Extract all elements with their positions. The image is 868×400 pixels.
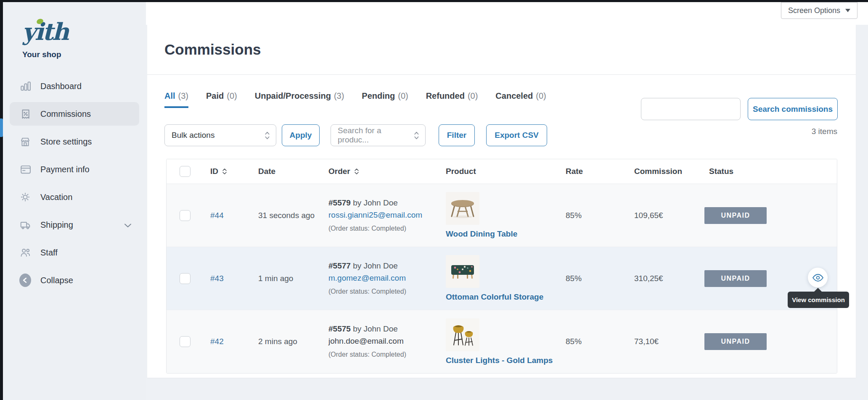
sidebar-item-staff[interactable]: Staff [10,241,139,264]
order-status: (Order status: Completed) [328,222,446,234]
order-number: #5577 [328,261,351,270]
sidebar-item-label: Commissions [40,109,91,119]
vendor-logo: yith [3,2,146,43]
column-label: Rate [566,167,583,176]
filter-button[interactable]: Filter [439,124,475,146]
status-badge: UNPAID [704,207,767,224]
tab-refunded[interactable]: Refunded(0) [426,91,478,108]
commission-amount: 310,25€ [634,274,704,283]
column-header-product: Product [446,167,566,176]
ottoman-colorful-storage-thumbnail [446,255,479,288]
order-by: by John Doe [353,198,398,207]
chevron-down-icon[interactable] [124,220,132,230]
truck-icon [19,219,31,231]
sidebar-item-label: Payment info [40,165,90,174]
window-left-edge [0,0,3,400]
commission-rate: 85% [566,274,634,283]
collapse-arrow-icon [19,274,31,286]
yith-logo: yith [22,18,68,45]
search-commissions-button[interactable]: Search commissions [748,98,838,120]
order-cell: #5575 by John Doe john.doe@email.com (Or… [328,323,446,361]
search-commissions-input[interactable] [641,98,741,120]
column-label: ID [210,167,218,176]
order-cell: #5579 by John Doe rossi.gianni25@email.c… [328,197,446,234]
column-header-commission: Commission [634,167,704,176]
updown-chevrons-icon [264,130,270,141]
users-icon [19,247,31,258]
column-label: Status [709,167,733,176]
customer-email-link[interactable]: rossi.gianni25@email.com [328,211,422,219]
bulk-actions-value: Bulk actions [172,131,214,140]
sidebar-collapse-button[interactable]: Collapse [10,268,139,292]
select-all-checkbox[interactable] [180,166,191,177]
commission-date: 2 mins ago [258,337,328,346]
apply-button[interactable]: Apply [282,124,320,146]
view-commission-button[interactable] [808,268,828,287]
tab-pending[interactable]: Pending(0) [362,91,408,108]
order-number: #5575 [328,324,351,333]
tab-label: Refunded [426,91,465,100]
tab-count: (3) [178,91,188,100]
tab-label: Unpaid/Processing [255,91,331,100]
commission-id-link[interactable]: #42 [210,337,224,346]
row-checkbox[interactable] [180,210,191,221]
tab-count: (0) [536,91,546,100]
product-link[interactable]: Cluster Lights - Gold Lamps [446,356,566,365]
sidebar-item-vacation[interactable]: Vacation [10,185,139,209]
order-by: by John Doe [353,324,398,333]
window-top-edge [0,0,868,2]
export-csv-button[interactable]: Export CSV [486,124,547,146]
tab-count: (0) [468,91,478,100]
wood-dining-table-thumbnail [446,192,479,225]
sidebar-item-payment-info[interactable]: Payment info [10,158,139,181]
sidebar-item-label: Store settings [40,137,92,147]
storefront-icon [19,136,31,147]
sun-icon [19,191,31,203]
shop-name: Your shop [22,50,146,59]
product-search-select[interactable]: Search for a produc... [331,124,426,146]
tab-count: (3) [334,91,344,100]
sidebar-item-label: Shipping [40,220,73,230]
sidebar-item-shipping[interactable]: Shipping [10,213,139,237]
tab-label: Paid [206,91,224,100]
commission-id-link[interactable]: #44 [210,211,224,220]
collapse-label: Collapse [40,276,73,285]
column-header-id[interactable]: ID [210,167,258,176]
panel-header: Commissions [147,25,856,75]
product-link[interactable]: Ottoman Colorful Storage [446,292,566,302]
status-tabs: All(3) Paid(0) Unpaid/Processing(3) Pend… [164,91,546,108]
bulk-actions-select[interactable]: Bulk actions [164,124,276,146]
product-link[interactable]: Wood Dining Table [446,229,566,239]
order-number: #5579 [328,198,351,207]
row-checkbox[interactable] [180,336,191,347]
tab-count: (0) [227,91,237,100]
product-cell: Ottoman Colorful Storage [446,247,566,310]
order-status: (Order status: Completed) [328,285,446,297]
commissions-panel: Commissions All(3) Paid(0) Unpaid/Proces… [147,25,856,378]
sidebar-item-commissions[interactable]: Commissions [10,102,139,126]
sidebar-item-dashboard[interactable]: Dashboard [10,74,139,98]
column-header-order[interactable]: Order [328,167,446,176]
tab-canceled[interactable]: Canceled(0) [495,91,546,108]
commission-id-link[interactable]: #43 [210,274,224,283]
top-band [146,2,868,25]
sidebar-item-label: Staff [40,248,58,258]
eye-icon [812,274,824,282]
tab-paid[interactable]: Paid(0) [206,91,237,108]
commissions-receipt-icon [19,108,31,120]
customer-email-link[interactable]: m.gomez@email.com [328,274,406,282]
tab-all[interactable]: All(3) [164,91,188,108]
column-label: Date [258,167,275,176]
order-by: by John Doe [353,261,398,270]
screen-options-button[interactable]: Screen Options [781,2,857,19]
product-cell: Cluster Lights - Gold Lamps [446,310,566,373]
tab-unpaid-processing[interactable]: Unpaid/Processing(3) [255,91,344,108]
row-checkbox[interactable] [180,273,191,284]
commission-date: 1 min ago [258,274,328,283]
commissions-table: ID Date Order Product Rate Commission St… [166,159,837,374]
cluster-lights-gold-lamps-thumbnail [446,318,479,351]
column-label: Product [446,167,476,176]
tab-count: (0) [398,91,408,100]
sidebar-item-store-settings[interactable]: Store settings [10,130,139,153]
toolbar: Bulk actions Apply Search for a produc..… [164,124,547,146]
